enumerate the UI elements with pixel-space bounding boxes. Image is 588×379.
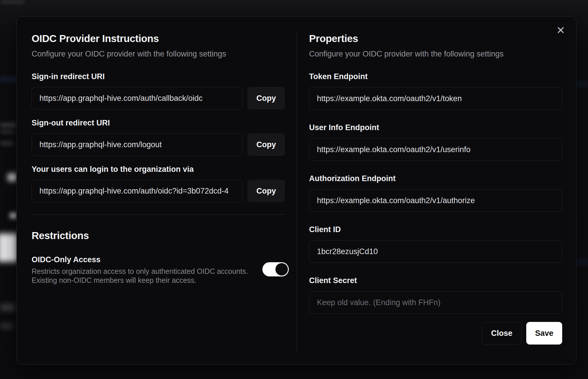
background-artifact xyxy=(0,141,13,145)
oidc-instructions-section: OIDC Provider Instructions Configure you… xyxy=(32,17,285,285)
background-artifact xyxy=(576,258,588,266)
copy-login-url-button[interactable]: Copy xyxy=(247,180,285,202)
sign-out-redirect-uri-label: Sign-out redirect URI xyxy=(32,118,285,128)
sign-in-redirect-uri-row: Copy xyxy=(32,87,285,110)
copy-sign-in-uri-button[interactable]: Copy xyxy=(247,87,285,110)
oidc-instructions-title: OIDC Provider Instructions xyxy=(32,33,285,44)
client-secret-label: Client Secret xyxy=(309,276,562,285)
restrictions-title: Restrictions xyxy=(32,229,285,242)
column-divider xyxy=(297,30,297,351)
oidc-only-access-description: Existing non-OIDC members will keep thei… xyxy=(32,276,251,285)
client-id-label: Client ID xyxy=(309,225,562,234)
toggle-thumb xyxy=(275,263,288,276)
sign-in-redirect-uri-label: Sign-in redirect URI xyxy=(32,72,285,81)
user-info-endpoint-input[interactable] xyxy=(309,138,562,161)
oidc-only-access-toggle[interactable] xyxy=(262,262,289,276)
oidc-provider-dialog: ✕ OIDC Provider Instructions Configure y… xyxy=(17,16,576,365)
oidc-only-access-description: Restricts organization access to only au… xyxy=(32,267,251,276)
oidc-only-access-row: OIDC-Only Access Restricts organization … xyxy=(32,255,285,285)
user-info-endpoint-label: User Info Endpoint xyxy=(309,123,562,132)
properties-section: Properties Configure your OIDC provider … xyxy=(309,17,562,345)
background-artifact xyxy=(0,130,14,134)
authorization-endpoint-input[interactable] xyxy=(309,189,562,212)
token-endpoint-label: Token Endpoint xyxy=(309,72,562,81)
organization-login-url-label: Your users can login to the organization… xyxy=(32,164,285,174)
background-artifact xyxy=(576,80,588,88)
background-artifact xyxy=(0,76,17,83)
organization-login-url-row: Copy xyxy=(32,180,285,202)
oidc-only-access-label: OIDC-Only Access xyxy=(32,255,251,265)
oidc-instructions-subtitle: Configure your OIDC provider with the fo… xyxy=(32,49,285,59)
sign-out-redirect-uri-row: Copy xyxy=(32,133,285,156)
client-secret-input[interactable] xyxy=(309,291,562,314)
properties-subtitle: Configure your OIDC provider with the fo… xyxy=(309,49,562,59)
background-artifact xyxy=(1,0,25,4)
background-artifact xyxy=(0,234,17,262)
client-id-input[interactable] xyxy=(309,240,562,263)
background-artifact xyxy=(8,173,17,181)
sign-out-redirect-uri-input[interactable] xyxy=(32,133,242,156)
token-endpoint-input[interactable] xyxy=(309,87,562,110)
background-artifact xyxy=(0,323,13,329)
background-artifact xyxy=(0,123,17,127)
copy-sign-out-uri-button[interactable]: Copy xyxy=(247,133,285,156)
close-button[interactable]: Close xyxy=(482,322,522,345)
save-button[interactable]: Save xyxy=(526,322,562,345)
organization-login-url-input[interactable] xyxy=(32,180,242,202)
background-artifact xyxy=(10,213,17,218)
properties-title: Properties xyxy=(309,33,562,44)
background-artifact xyxy=(0,304,15,311)
dialog-actions: Close Save xyxy=(309,322,562,345)
section-divider xyxy=(32,214,285,215)
authorization-endpoint-label: Authorization Endpoint xyxy=(309,174,562,183)
sign-in-redirect-uri-input[interactable] xyxy=(32,87,242,110)
